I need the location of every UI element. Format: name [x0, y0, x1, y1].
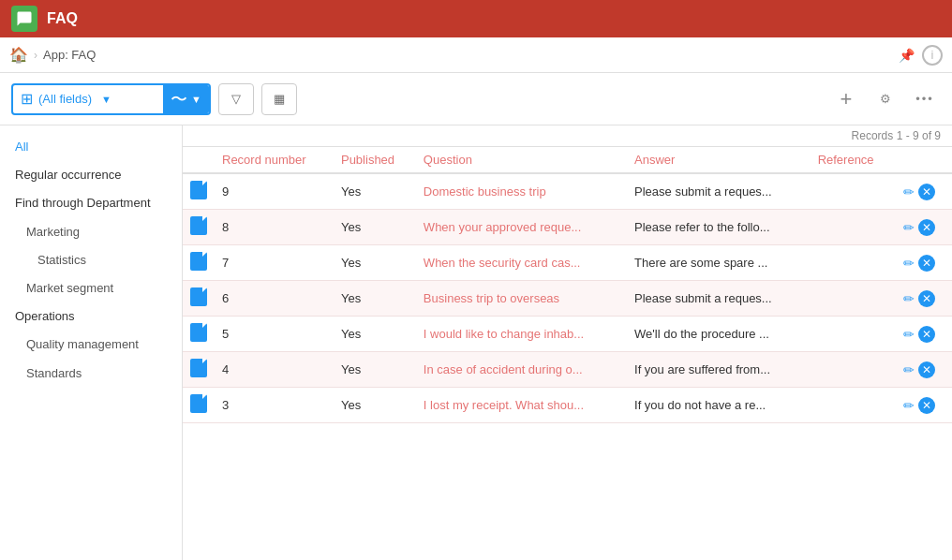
sidebar-item-find[interactable]: Find through Department	[0, 189, 182, 217]
row-reference	[811, 281, 896, 317]
row-published: Yes	[334, 281, 416, 317]
row-answer: Please submit a reques...	[627, 173, 811, 210]
delete-button[interactable]: ✕	[918, 290, 935, 307]
sidebar-item-quality[interactable]: Quality management	[0, 331, 182, 359]
edit-button[interactable]: ✏	[903, 327, 915, 342]
more-button[interactable]: •••	[909, 83, 941, 115]
row-question[interactable]: When your approved reque...	[416, 210, 627, 245]
chart-icon: ▦	[274, 92, 285, 106]
sidebar: All Regular occurrence Find through Depa…	[0, 125, 183, 560]
row-published: Yes	[334, 173, 416, 210]
row-question[interactable]: Domestic business trip	[416, 173, 627, 210]
row-answer: We'll do the procedure ...	[627, 317, 811, 352]
row-actions: ✏ ✕	[896, 210, 952, 245]
content-area: All Regular occurrence Find through Depa…	[0, 125, 952, 560]
edit-button[interactable]: ✏	[903, 398, 915, 413]
table-row: 7 Yes When the security card cas... Ther…	[183, 245, 952, 281]
breadcrumb-bar: 🏠 › App: FAQ 📌 i	[0, 37, 952, 73]
edit-button[interactable]: ✏	[903, 291, 915, 306]
field-chevron-icon: ▼	[101, 94, 112, 105]
row-doc-icon	[183, 317, 215, 352]
row-actions: ✏ ✕	[896, 281, 952, 317]
ellipsis-icon: •••	[915, 92, 934, 106]
sidebar-item-statistics[interactable]: Statistics	[0, 246, 182, 274]
row-reference	[811, 317, 896, 352]
edit-button[interactable]: ✏	[903, 256, 915, 271]
row-doc-icon	[183, 210, 215, 245]
row-answer: If you do not have a re...	[627, 388, 811, 423]
col-actions	[896, 147, 952, 173]
row-record-number: 5	[215, 317, 334, 352]
records-info: Records 1 - 9 of 9	[183, 125, 952, 147]
row-published: Yes	[334, 352, 416, 388]
home-icon[interactable]: 🏠	[9, 46, 28, 64]
add-button[interactable]: +	[830, 83, 862, 115]
delete-button[interactable]: ✕	[918, 184, 935, 200]
sidebar-item-standards[interactable]: Standards	[0, 360, 182, 388]
col-question[interactable]: Question	[416, 147, 627, 173]
row-record-number: 4	[215, 352, 334, 388]
filter-icon: ▽	[231, 92, 241, 106]
sidebar-item-market-segment[interactable]: Market segment	[0, 274, 182, 302]
main-content: Records 1 - 9 of 9 Record number Publish…	[183, 125, 952, 560]
col-published[interactable]: Published	[334, 147, 416, 173]
delete-button[interactable]: ✕	[918, 255, 935, 272]
search-group[interactable]: ⊞ (All fields) ▼ 〜 ▼	[11, 83, 211, 115]
row-question[interactable]: Business trip to overseas	[416, 281, 627, 317]
edit-button[interactable]: ✏	[903, 220, 915, 235]
sidebar-item-marketing[interactable]: Marketing	[0, 218, 182, 246]
sidebar-item-regular[interactable]: Regular occurrence	[0, 161, 182, 189]
col-reference[interactable]: Reference	[811, 147, 896, 173]
sidebar-item-all[interactable]: All	[0, 133, 182, 161]
row-record-number: 9	[215, 173, 334, 210]
col-answer[interactable]: Answer	[627, 147, 811, 173]
row-question[interactable]: I lost my receipt. What shou...	[416, 388, 627, 423]
records-table: Record number Published Question Answer …	[183, 147, 952, 423]
edit-button[interactable]: ✏	[903, 362, 915, 377]
search-button[interactable]: 〜 ▼	[163, 85, 209, 113]
gear-icon: ⚙	[880, 92, 891, 106]
delete-button[interactable]: ✕	[918, 326, 935, 343]
sidebar-item-operations[interactable]: Operations	[0, 302, 182, 331]
table-row: 8 Yes When your approved reque... Please…	[183, 210, 952, 245]
delete-button[interactable]: ✕	[918, 361, 935, 378]
col-record-number[interactable]: Record number	[215, 147, 334, 173]
breadcrumb-separator: ›	[34, 49, 37, 62]
row-doc-icon	[183, 281, 215, 317]
settings-button[interactable]: ⚙	[870, 83, 901, 115]
pin-icon[interactable]: 📌	[899, 48, 915, 63]
app-icon	[11, 6, 37, 32]
chart-button[interactable]: ▦	[261, 83, 297, 115]
delete-button[interactable]: ✕	[918, 219, 935, 236]
document-icon	[190, 287, 207, 306]
delete-button[interactable]: ✕	[918, 397, 935, 414]
toolbar: ⊞ (All fields) ▼ 〜 ▼ ▽ ▦ + ⚙ •••	[0, 73, 952, 125]
col-icon	[183, 147, 215, 173]
row-published: Yes	[334, 317, 416, 352]
row-answer: There are some spare ...	[627, 245, 811, 281]
row-answer: Please submit a reques...	[627, 281, 811, 317]
document-icon	[190, 252, 207, 271]
row-doc-icon	[183, 388, 215, 423]
search-chevron-icon: ▼	[191, 94, 201, 105]
table-header-row: Record number Published Question Answer …	[183, 147, 952, 173]
row-answer: If you are suffered from...	[627, 352, 811, 388]
row-question[interactable]: In case of accident during o...	[416, 352, 627, 388]
row-question[interactable]: When the security card cas...	[416, 245, 627, 281]
table-row: 3 Yes I lost my receipt. What shou... If…	[183, 388, 952, 423]
row-doc-icon	[183, 352, 215, 388]
row-reference	[811, 388, 896, 423]
row-record-number: 6	[215, 281, 334, 317]
row-record-number: 8	[215, 210, 334, 245]
field-selector[interactable]: ⊞ (All fields) ▼	[13, 90, 163, 108]
info-icon[interactable]: i	[922, 45, 943, 66]
filter-button[interactable]: ▽	[218, 83, 254, 115]
edit-button[interactable]: ✏	[903, 184, 915, 199]
chat-icon	[16, 10, 33, 27]
table-row: 4 Yes In case of accident during o... If…	[183, 352, 952, 388]
row-answer: Please refer to the follo...	[627, 210, 811, 245]
row-reference	[811, 245, 896, 281]
row-actions: ✏ ✕	[896, 388, 952, 423]
row-question[interactable]: I would like to change inhab...	[416, 317, 627, 352]
row-actions: ✏ ✕	[896, 245, 952, 281]
